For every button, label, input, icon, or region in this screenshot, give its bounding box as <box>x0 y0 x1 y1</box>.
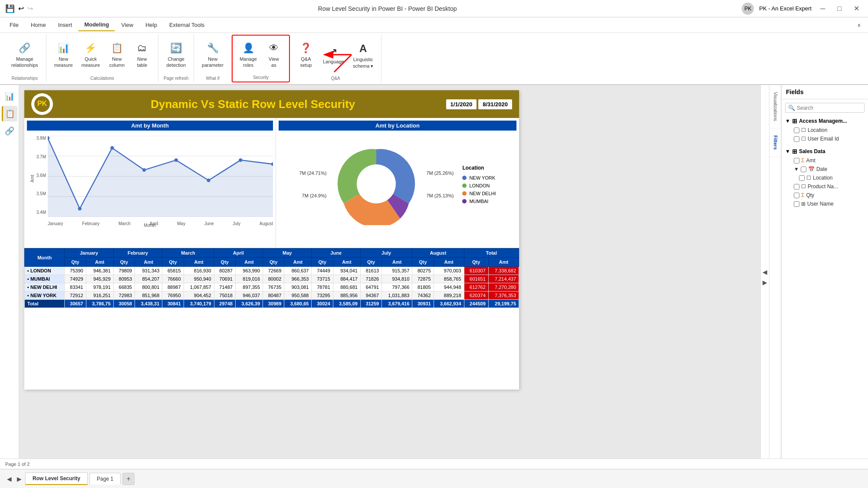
td-total-feb-qty: 30058 <box>113 300 135 308</box>
page-tab-page1[interactable]: Page 1 <box>89 473 121 485</box>
ribbon-group-pagerefresh: 🔄 Changedetection Page refresh <box>158 35 194 82</box>
linguistic-schema-button[interactable]: A Linguisticschema ▾ <box>349 39 377 72</box>
checkbox-productname[interactable] <box>794 184 799 190</box>
menu-insert[interactable]: Insert <box>52 19 79 31</box>
td-total-jun-qty: 30024 <box>312 300 333 308</box>
page-tabs: ◀ ▶ Row Level Security Page 1 + <box>0 469 868 488</box>
checkbox-amt[interactable] <box>794 158 799 164</box>
ribbon-group-calculations: 📊 Newmeasure ⚡ Quickmeasure 📋 Newcolumn … <box>46 35 159 82</box>
ribbon-collapse-btn[interactable]: ∧ <box>854 20 865 30</box>
add-page-button[interactable]: + <box>122 473 135 485</box>
view-as-button[interactable]: 👁 Viewas <box>262 39 286 71</box>
field-icon-username: ⊞ <box>801 201 806 207</box>
checkbox-date[interactable] <box>801 167 806 172</box>
sidebar-report-view[interactable]: 📊 <box>2 88 17 104</box>
td-mumbai-jun-qty: 73715 <box>312 275 333 283</box>
ribbon-group-label-qa: Q&A <box>331 76 340 82</box>
quick-measure-button[interactable]: ⚡ Quickmeasure <box>78 39 104 71</box>
table-icon-sales: ⊞ <box>792 148 797 155</box>
menu-home[interactable]: Home <box>25 19 52 31</box>
chart-right: Amt by Location 7M (24.71%) 7M (24.9%) <box>276 118 519 248</box>
menu-file[interactable]: File <box>3 19 25 31</box>
menu-view[interactable]: View <box>115 19 139 31</box>
tree-group-header-sales[interactable]: ▼ ⊞ Sales Data <box>785 147 865 156</box>
td-london-apr-amt: 963,990 <box>235 267 263 275</box>
th-amt-feb: Amt <box>135 258 162 267</box>
date-to[interactable]: 8/31/2020 <box>478 99 512 109</box>
save-icon[interactable]: 💾 <box>5 4 15 13</box>
redo-icon[interactable]: ↪ <box>27 4 33 13</box>
checkbox-location-sales[interactable] <box>799 175 805 181</box>
maximize-button[interactable]: □ <box>834 4 845 13</box>
y-label-1: 3.8M <box>36 136 46 141</box>
checkbox-username[interactable] <box>794 201 799 207</box>
sidebar-data-view[interactable]: 📋 <box>2 106 17 121</box>
field-icon-qty: Σ <box>801 192 804 198</box>
sidebar-model-view[interactable]: 🔗 <box>2 123 17 139</box>
minimize-button[interactable]: ─ <box>817 4 829 13</box>
titlebar: 💾 ↩ ↪ Row Level Security in Power BI - P… <box>0 0 868 17</box>
qa-setup-button[interactable]: ❓ Q&Asetup <box>294 39 318 71</box>
tree-item-amt: Σ Amt <box>785 156 865 165</box>
filters-tab[interactable]: Filters <box>769 128 781 157</box>
menu-modeling[interactable]: Modeling <box>78 19 115 31</box>
tree-item-location-sales: ☐ Location <box>785 174 865 182</box>
th-qty-jan: Qty <box>65 258 86 267</box>
chart-left: Amt by Month 3.8M 3.7M 3.6M 3.5M 3.4M <box>24 118 276 248</box>
checkbox-location-access[interactable] <box>794 128 799 133</box>
checkbox-qty[interactable] <box>794 193 799 198</box>
th-july: July <box>360 249 412 258</box>
tree-group-header-access[interactable]: ▼ ⊞ Access Managem... <box>785 116 865 126</box>
close-button[interactable]: ✕ <box>850 3 863 13</box>
ribbon-group-relationships: 🔗 Managerelationships Relationships <box>3 35 46 82</box>
new-table-button[interactable]: 🗂 Newtable <box>130 39 154 71</box>
new-measure-button[interactable]: 📊 Newmeasure <box>51 39 76 71</box>
tree-item-qty: Σ Qty <box>785 191 865 200</box>
undo-icon[interactable]: ↩ <box>18 4 24 13</box>
report-header: PK Dynamic Vs Static Row Level Security … <box>24 90 519 118</box>
report-logo: PK <box>31 93 53 115</box>
chart-right-title: Amt by Location <box>279 121 516 131</box>
fields-search-input[interactable] <box>797 105 862 111</box>
td-newyork-jun-qty: 73295 <box>312 291 333 300</box>
legend-dot-london <box>462 183 467 188</box>
page-tab-rowlevelsecurity[interactable]: Row Level Security <box>25 472 88 485</box>
fields-panel-title: Fields <box>782 85 868 99</box>
manage-relationships-button[interactable]: 🔗 Managerelationships <box>8 39 42 71</box>
th-may: May <box>263 249 312 258</box>
collapse-right-button[interactable]: ▶ <box>763 279 767 286</box>
tree-item-label-username: User Name <box>807 201 834 207</box>
date-from[interactable]: 1/1/2020 <box>446 99 477 109</box>
user-avatar[interactable]: PK <box>742 3 754 15</box>
td-london-jun-qty: 74449 <box>312 267 333 275</box>
td-newyork-may-qty: 80487 <box>263 291 284 300</box>
change-detection-icon: 🔄 <box>170 42 182 55</box>
legend-dot-mumbai <box>462 199 467 203</box>
td-mumbai-feb-qty: 80953 <box>113 275 135 283</box>
page-nav-next[interactable]: ▶ <box>15 475 23 483</box>
collapse-left-button[interactable]: ◀ <box>763 269 767 275</box>
checkbox-useremailid[interactable] <box>794 136 799 142</box>
language-button[interactable]: ↗ Language <box>319 43 348 67</box>
menu-help[interactable]: Help <box>139 19 163 31</box>
th-amt-mar: Amt <box>184 258 214 267</box>
td-newyork-aug-qty: 74362 <box>412 291 434 300</box>
linguistic-schema-label: Linguisticschema ▾ <box>353 56 374 69</box>
td-mumbai-jun-amt: 884,417 <box>333 275 360 283</box>
td-london-feb-qty: 79809 <box>113 267 135 275</box>
new-column-button[interactable]: 📋 Newcolumn <box>105 39 128 71</box>
new-parameter-button[interactable]: 🔧 Newparameter <box>198 39 227 71</box>
change-detection-button[interactable]: 🔄 Changedetection <box>163 39 189 71</box>
page-nav-prev[interactable]: ◀ <box>5 475 13 483</box>
td-loc-london: ▪ LONDON <box>25 267 65 275</box>
td-total-jan-amt: 3,786,75 <box>86 300 113 308</box>
expand-icon-date[interactable]: ▼ <box>794 166 799 172</box>
qa-setup-icon: ❓ <box>300 42 312 55</box>
tree-item-label-qty: Qty <box>806 192 814 198</box>
menu-external-tools[interactable]: External Tools <box>163 19 210 31</box>
manage-roles-button[interactable]: 👤 Manageroles <box>236 39 260 71</box>
visualizations-tab[interactable]: Visualizations <box>769 85 781 128</box>
field-icon-location-access: ☐ <box>801 127 806 133</box>
canvas: PK Dynamic Vs Static Row Level Security … <box>19 85 760 469</box>
donut-label-newyork: 7M (25.26%) <box>426 170 454 176</box>
